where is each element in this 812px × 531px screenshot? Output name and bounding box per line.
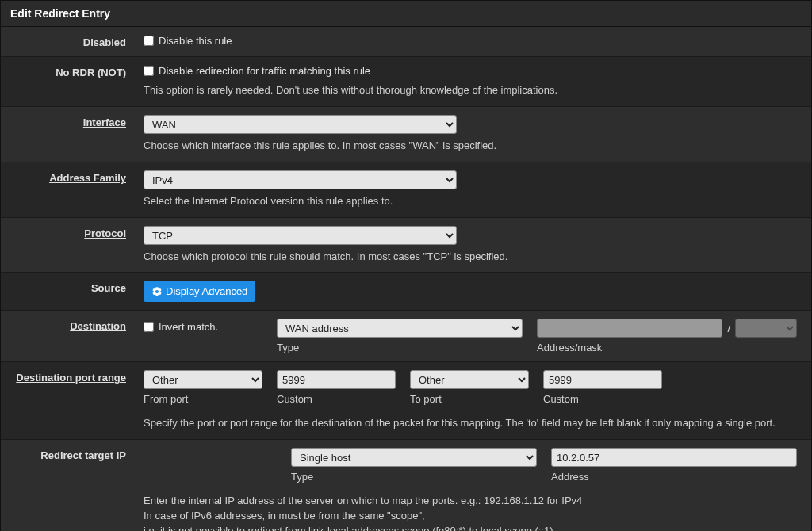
redirect-address-input[interactable] [551, 448, 797, 467]
label-disabled: Disabled [1, 35, 144, 48]
no-rdr-checkbox-label: Disable redirection for traffic matching… [159, 65, 370, 77]
from-port-select[interactable]: Other [144, 370, 262, 389]
row-redirect-ip: Redirect target IP Single host Type Addr… [1, 440, 811, 531]
label-no-rdr: No RDR (NOT) [1, 65, 144, 98]
panel-title: Edit Redirect Entry [1, 1, 811, 27]
row-source: Source Display Advanced [1, 273, 811, 311]
gear-icon [151, 286, 163, 297]
protocol-help: Choose which protocol this rule should m… [144, 250, 797, 265]
redirect-type-label: Type [291, 471, 537, 483]
address-family-help: Select the Internet Protocol version thi… [144, 194, 797, 209]
no-rdr-help: This option is rarely needed. Don't use … [144, 83, 797, 98]
to-custom-label: Custom [543, 393, 662, 405]
protocol-select[interactable]: TCP [144, 226, 457, 245]
display-advanced-button[interactable]: Display Advanced [144, 281, 255, 302]
redirect-address-label: Address [551, 471, 797, 483]
destination-mask-select [735, 319, 797, 338]
invert-match-label: Invert match. [159, 321, 218, 333]
invert-match-checkbox[interactable] [144, 322, 154, 332]
edit-redirect-panel: Edit Redirect Entry Disabled Disable thi… [0, 0, 812, 531]
redirect-ip-help2: In case of IPv6 addresses, in must be fr… [144, 509, 797, 524]
destination-type-label: Type [277, 342, 523, 353]
destination-type-select[interactable]: WAN address [277, 319, 523, 338]
invert-match-wrap[interactable]: Invert match. [144, 321, 262, 333]
to-port-select[interactable]: Other [410, 370, 529, 389]
destination-address-input [537, 319, 722, 338]
redirect-ip-help1: Enter the internal IP address of the ser… [144, 494, 797, 509]
row-interface: Interface WAN Choose which interface thi… [1, 107, 811, 162]
destination-addr-label: Address/mask [537, 342, 797, 353]
disabled-checkbox[interactable] [144, 36, 154, 46]
no-rdr-checkbox-wrap[interactable]: Disable redirection for traffic matching… [144, 65, 370, 77]
label-interface: Interface [83, 117, 126, 128]
label-destination: Destination [70, 320, 126, 332]
interface-select[interactable]: WAN [144, 115, 457, 134]
display-advanced-label: Display Advanced [166, 285, 247, 297]
from-port-label: From port [144, 393, 262, 405]
disabled-checkbox-label: Disable this rule [159, 35, 232, 47]
no-rdr-checkbox[interactable] [144, 66, 154, 76]
row-no-rdr: No RDR (NOT) Disable redirection for tra… [1, 57, 811, 107]
label-redirect-ip: Redirect target IP [40, 449, 126, 461]
from-custom-label: Custom [277, 393, 396, 405]
address-family-select[interactable]: IPv4 [144, 170, 457, 189]
row-destination: Destination Invert match. WAN address Ty… [1, 311, 811, 362]
row-address-family: Address Family IPv4 Select the Internet … [1, 162, 811, 218]
to-port-label: To port [410, 393, 529, 405]
row-dest-port: Destination port range Other From port C… [1, 362, 811, 440]
interface-help: Choose which interface this rule applies… [144, 139, 797, 154]
dest-port-help: Specify the port or port range for the d… [144, 416, 797, 431]
redirect-ip-help3: i.e. it is not possible to redirect from… [144, 524, 797, 531]
row-disabled: Disabled Disable this rule [1, 27, 811, 57]
mask-separator: / [727, 323, 730, 334]
row-protocol: Protocol TCP Choose which protocol this … [1, 218, 811, 273]
from-custom-input[interactable] [277, 370, 396, 389]
label-dest-port: Destination port range [16, 372, 126, 384]
disabled-checkbox-wrap[interactable]: Disable this rule [144, 35, 232, 47]
redirect-type-select[interactable]: Single host [291, 448, 537, 467]
label-address-family: Address Family [49, 172, 126, 184]
label-protocol: Protocol [84, 227, 126, 239]
label-source: Source [1, 281, 144, 302]
to-custom-input[interactable] [543, 370, 662, 389]
